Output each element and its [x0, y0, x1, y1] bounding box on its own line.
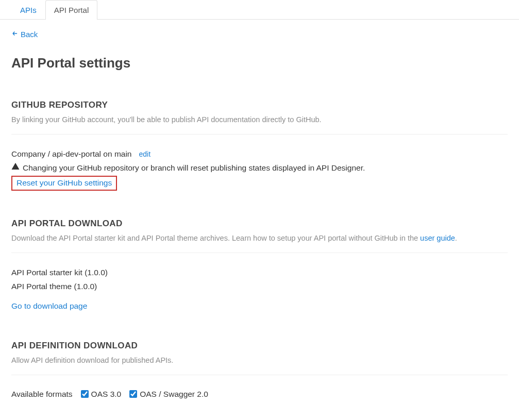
download-desc-prefix: Download the API Portal starter kit and …	[11, 234, 420, 242]
tab-api-portal[interactable]: API Portal	[45, 0, 98, 20]
warning-text: Changing your GitHub repository or branc…	[23, 161, 365, 175]
reset-highlight-box: Reset your GitHub settings	[11, 176, 117, 191]
repo-line-row: Company / api-dev-portal on main edit	[11, 147, 508, 161]
formats-row: Available formats OAS 3.0 OAS / Swagger …	[11, 390, 508, 399]
arrow-left-icon	[11, 30, 19, 39]
download-heading: API PORTAL DOWNLOAD	[11, 219, 508, 229]
github-heading: GITHUB REPOSITORY	[11, 100, 508, 110]
formats-label: Available formats	[11, 390, 73, 399]
checkbox-oas-swagger2-label: OAS / Swagger 2.0	[140, 390, 208, 399]
download-desc-suffix: .	[455, 234, 457, 242]
page-title: API Portal settings	[11, 55, 508, 71]
back-label: Back	[21, 30, 38, 39]
section-api-def: API DEFINITION DOWNLOAD Allow API defini…	[11, 341, 508, 399]
back-link[interactable]: Back	[11, 30, 508, 39]
theme-line: API Portal theme (1.0.0)	[11, 279, 508, 293]
user-guide-link[interactable]: user guide	[420, 234, 455, 242]
checkbox-oas-swagger2: OAS / Swagger 2.0	[129, 390, 208, 399]
download-description: Download the API Portal starter kit and …	[11, 234, 508, 253]
warning-line: Changing your GitHub repository or branc…	[11, 161, 508, 175]
warning-icon	[11, 161, 20, 175]
api-def-description: Allow API definition download for publis…	[11, 356, 508, 375]
tabs-row: APIs API Portal	[0, 0, 519, 20]
checkbox-oas3-label: OAS 3.0	[91, 390, 122, 399]
download-list: API Portal starter kit (1.0.0) API Porta…	[11, 265, 508, 293]
download-page-link[interactable]: Go to download page	[11, 301, 87, 310]
section-download: API PORTAL DOWNLOAD Download the API Por…	[11, 219, 508, 312]
checkbox-oas3-input[interactable]	[81, 390, 89, 398]
github-description: By linking your GitHub account, you'll b…	[11, 115, 508, 135]
checkbox-oas3: OAS 3.0	[81, 390, 122, 399]
checkbox-oas-swagger2-input[interactable]	[129, 390, 137, 398]
api-def-heading: API DEFINITION DOWNLOAD	[11, 341, 508, 351]
tab-apis[interactable]: APIs	[11, 0, 45, 20]
reset-github-link[interactable]: Reset your GitHub settings	[16, 178, 112, 187]
edit-link[interactable]: edit	[139, 150, 150, 158]
starter-kit-line: API Portal starter kit (1.0.0)	[11, 265, 508, 279]
repo-line: Company / api-dev-portal on main	[11, 147, 131, 161]
content-area: Back API Portal settings GITHUB REPOSITO…	[0, 20, 519, 409]
section-github: GITHUB REPOSITORY By linking your GitHub…	[11, 100, 508, 191]
